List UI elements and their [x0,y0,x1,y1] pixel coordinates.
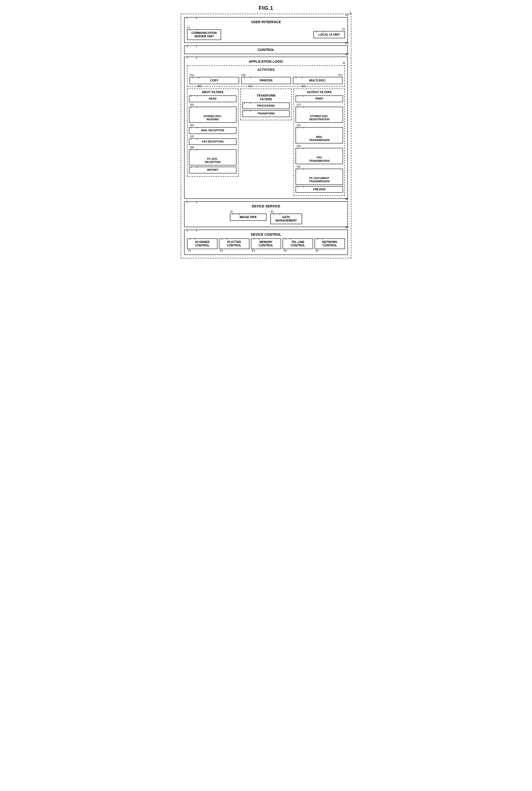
network-label: NETWORK CONTROL [322,240,338,247]
copy-box: COPY [189,77,239,84]
ref-31b: 31b [241,73,291,76]
scanner-control-box: SCANNER CONTROL [187,238,217,249]
ref-11: 11 [187,26,221,29]
mail-rec-tab [191,127,197,128]
device-control-section: 50 DEVICE CONTROL SCANNER CONTROL 51 PLO… [184,229,348,255]
ds-row: 41 IMAGE PIPE 42 DATA MANAGEMENT [187,210,345,224]
scanner-control-item: SCANNER CONTROL 51 [187,238,217,252]
ref-55: 55 [315,249,345,252]
ref-322: 323 [296,104,343,106]
output-stored-doc-reg: STORED DOC. REGISTRATION [296,107,343,123]
tel-label: TEL LINE CONTROL [291,240,305,247]
image-pipe-tab [233,214,240,215]
comm-server-item: 11 COMMUNICATION SERVER UNIT [187,26,221,40]
comm-server-label: COMMUNICATION SERVER UNIT [191,31,217,38]
memory-tab [254,238,259,240]
data-mgmt-label: DATA MANAGEMENT [276,216,297,222]
ref-1: 1 [349,11,352,14]
comm-server-tab [190,29,197,31]
copy-label: COPY [210,79,218,82]
ui-tab [187,17,197,19]
pc-doc-trans-tab [298,169,304,170]
ref-301: 301 [197,85,202,88]
transform-filters-col: 311 TRANSFORM FILTERS PROCESSING TRANSFO… [241,89,292,120]
activities-label: ACTIVITIES [189,68,343,72]
ref-305: 306 [189,146,236,149]
dc-main-tab [187,229,197,232]
transform-processing: PROCESSING [242,103,290,109]
multidoc-box: MULTI-DOC. [293,77,343,84]
transform-filters-title: TRANSFORM FILTERS [242,91,290,101]
ref-311: 311 [248,85,252,88]
input-fax-reception: FAX RECEPTION [189,138,236,145]
tel-line-control-box: TEL LINE CONTROL [283,238,313,249]
app-logic-tab [187,57,197,58]
input-report: REPORT [189,167,236,173]
ds-tab [187,201,197,203]
activities-box: 31 ACTIVITIES 31a COPY 31b [187,66,345,87]
ref-323: 324 [296,124,343,127]
output-pc-doc-trans: PC DOCUMENT TRANSMISSION [296,169,343,185]
ref-303: 304 [189,124,236,127]
multidoc-tab [296,77,303,78]
app-logic-section: 30 APPLICATION LOGIC 31 ACTIVITIES 31a C… [184,57,348,199]
image-pipe-item: 41 IMAGE PIPE [230,210,266,224]
filters-row: 301 INPUT FILTERS READ 303 STORED DOC. R… [187,89,345,196]
ref-321: 321 [301,85,306,88]
page: FIG.1 1 10 USER INTERFACE 11 COMMUNICATI… [180,5,352,258]
tel-line-control-item: TEL LINE CONTROL 54 [283,238,313,252]
activity-printer: 31b PRINTER [241,73,291,84]
ref-40: 40 [345,197,348,201]
image-pipe-box: IMAGE PIPE [230,214,266,221]
input-pc-doc-reception: PC DOC. RECEPTION [189,149,236,166]
plotter-control-box: PLOTTER CONTROL [219,238,249,249]
copy-tab [192,77,199,78]
output-fax-trans: FAX TRANSMISSION [296,148,343,164]
activities-row: 31a COPY 31b PRINTER [189,73,343,84]
input-filters-title: INPUT FILTERS [189,91,236,94]
ref-30: 30 [345,53,348,56]
network-control-item: NETWORK CONTROL 55 [315,238,345,252]
local-ui-item: 12 LOCAL UI UNIT [313,27,345,38]
print-tab [298,95,304,97]
output-mail-trans: MAIL TRANSMISSION [296,127,343,144]
transform-tab [244,110,251,111]
network-control-box: NETWORK CONTROL [315,238,345,249]
memory-control-item: MEMORY CONTROL 53 [251,238,281,252]
comm-server-box: COMMUNICATION SERVER UNIT [187,29,221,40]
ref-51: 51 [187,249,217,252]
fax-rec-tab [191,138,197,140]
ref-41: 41 [230,210,266,213]
local-ui-tab [316,31,324,33]
output-preview: PREVIEW [296,186,343,193]
ds-label: DEVICE SERVICE [187,204,345,208]
data-mgmt-tab [273,214,280,215]
printer-tab [244,77,251,78]
activity-copy: 31a COPY [189,73,239,84]
ref-54: 54 [283,249,313,252]
memory-control-box: MEMORY CONTROL [251,238,281,249]
device-service-section: 40 DEVICE SERVICE 41 IMAGE PIPE 42 DATA [184,201,348,227]
memory-label: MEMORY CONTROL [259,240,273,247]
ref-302: 303 [189,104,236,106]
input-read: READ [189,95,236,102]
ref-50: 50 [345,226,348,229]
ref-31: 31 [343,61,345,65]
multidoc-label: MULTI-DOC. [309,79,326,82]
ref-31a: 31a [189,73,239,76]
figure-title: FIG.1 [180,5,352,11]
ref-31c: 31c [293,73,343,76]
report-tab [191,167,197,168]
pc-doc-tab [191,149,197,150]
app-logic-label: APPLICATION LOGIC [187,59,345,63]
tel-tab [285,238,291,240]
network-tab [318,238,323,240]
stored-read-tab [191,107,197,108]
control-tab [187,45,197,47]
scanner-label: SCANNER CONTROL [195,240,209,247]
read-tab [191,95,197,97]
ref-42: 42 [270,210,302,213]
ui-row: 11 COMMUNICATION SERVER UNIT 12 LOCAL UI… [187,26,345,40]
input-filters-col: 301 INPUT FILTERS READ 303 STORED DOC. R… [187,89,239,177]
data-mgmt-item: 42 DATA MANAGEMENT [270,210,302,224]
